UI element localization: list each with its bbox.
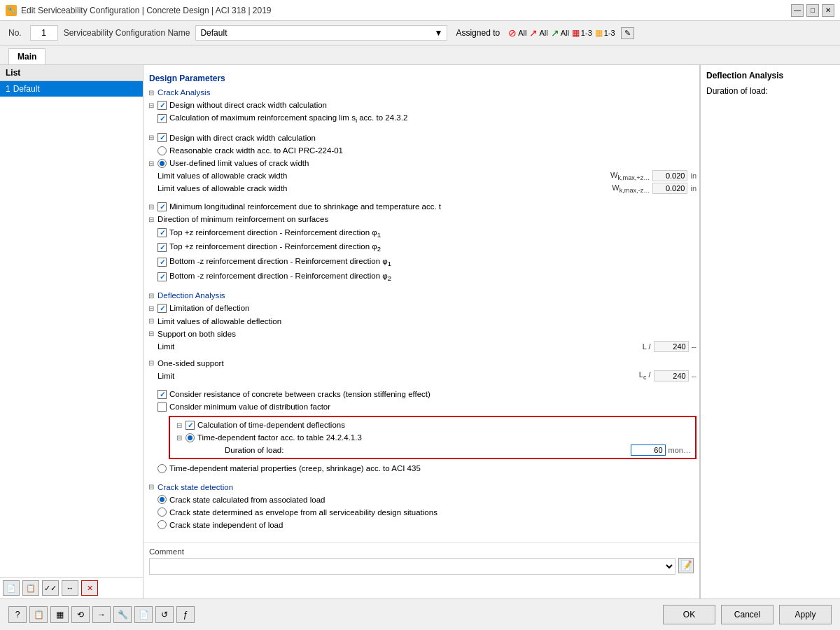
config-name-value: Default bbox=[200, 28, 227, 38]
config-number-input[interactable] bbox=[30, 25, 58, 41]
list-item-default[interactable]: 1 Default bbox=[0, 81, 143, 97]
min-long-reinf-checkbox[interactable] bbox=[158, 202, 167, 211]
maximize-button[interactable]: □ bbox=[806, 4, 819, 17]
design-with-crack-label: Design with direct crack width calculati… bbox=[169, 132, 696, 144]
limitation-deflection-checkbox[interactable] bbox=[158, 304, 167, 313]
toolbar-left: ? 📋 ▦ ⟲ → 🔧 📄 ↺ ƒ bbox=[8, 606, 195, 623]
bot-z-phi2-row: Bottom -z reinforcement direction - Rein… bbox=[144, 270, 699, 284]
new-config-button[interactable]: 📄 bbox=[3, 580, 20, 596]
sync-button[interactable]: ↔ bbox=[62, 580, 78, 596]
assigned-label: Assigned to bbox=[456, 28, 500, 38]
bot-z-phi2-checkbox[interactable] bbox=[158, 272, 167, 281]
limitation-expand[interactable]: ⊟ bbox=[146, 304, 156, 314]
consider-resistance-checkbox[interactable] bbox=[158, 390, 167, 399]
close-button[interactable]: ✕ bbox=[822, 4, 834, 17]
crack-independent-radio[interactable] bbox=[158, 520, 167, 529]
minimize-button[interactable]: — bbox=[791, 4, 804, 17]
crack-neg-value-input[interactable] bbox=[652, 183, 687, 194]
ok-button[interactable]: OK bbox=[663, 605, 715, 624]
spacer13 bbox=[214, 445, 223, 455]
time-dep-factor-radio[interactable] bbox=[186, 433, 195, 442]
duration-load-row: Duration of load: mon… bbox=[172, 444, 694, 456]
check-button[interactable]: ✓✓ bbox=[42, 580, 59, 596]
design-with-crack-row: ⊟ Design with direct crack width calcula… bbox=[144, 132, 699, 144]
crack-analysis-expand[interactable]: ⊟ bbox=[146, 88, 156, 97]
assign-chip-3[interactable]: ↗ All bbox=[551, 27, 569, 38]
design-with-expand[interactable]: ⊟ bbox=[146, 133, 156, 143]
spacer4 bbox=[146, 183, 156, 193]
comment-label: Comment bbox=[149, 547, 694, 556]
comment-section: Comment 📝 bbox=[144, 542, 699, 578]
user-defined-expand[interactable]: ⊟ bbox=[146, 158, 156, 168]
top-z-phi1-label: Top +z reinforcement direction - Reinfor… bbox=[169, 227, 696, 240]
limit-both-value-input[interactable] bbox=[654, 341, 689, 352]
comment-input[interactable] bbox=[149, 558, 676, 575]
crack-state-expand[interactable]: ⊟ bbox=[146, 482, 156, 492]
app-icon: 🔧 bbox=[6, 5, 17, 16]
arrow-button[interactable]: ⟲ bbox=[71, 606, 90, 623]
clipboard-button[interactable]: 📋 bbox=[29, 606, 48, 623]
assign-chip-4[interactable]: ▦ 1-3 bbox=[572, 28, 592, 38]
user-defined-crack-radio[interactable] bbox=[158, 159, 167, 168]
crack-from-load-radio[interactable] bbox=[158, 495, 167, 504]
calc-time-dep-label: Calculation of time-dependent deflection… bbox=[197, 419, 691, 430]
doc-button[interactable]: 📄 bbox=[134, 606, 153, 623]
time-dep-factor-expand[interactable]: ⊟ bbox=[174, 433, 184, 442]
left-panel: List 1 Default 📄 📋 ✓✓ ↔ ✕ bbox=[0, 65, 144, 598]
consider-min-dist-checkbox[interactable] bbox=[158, 402, 167, 412]
limit-crack-neg-label: Limit values of allowable crack width bbox=[158, 183, 612, 194]
bot-z-phi1-checkbox[interactable] bbox=[158, 258, 167, 267]
design-without-expand[interactable]: ⊟ bbox=[146, 100, 156, 110]
spacer10 bbox=[146, 371, 156, 381]
calc-time-dep-expand[interactable]: ⊟ bbox=[174, 420, 184, 430]
design-without-crack-checkbox[interactable] bbox=[158, 101, 167, 110]
config-name-dropdown[interactable]: Default ▼ bbox=[195, 25, 447, 41]
assign-chip-2[interactable]: ↗ All bbox=[529, 27, 547, 38]
spacer11 bbox=[146, 389, 156, 399]
cancel-button[interactable]: Cancel bbox=[721, 605, 774, 624]
delete-config-button[interactable]: ✕ bbox=[81, 580, 98, 596]
limit-one-value-input[interactable] bbox=[654, 370, 689, 382]
top-z-phi1-checkbox[interactable] bbox=[158, 228, 167, 237]
design-with-crack-checkbox[interactable] bbox=[158, 133, 167, 142]
deflection-expand[interactable]: ⊟ bbox=[146, 290, 156, 300]
calc-time-dep-checkbox[interactable] bbox=[186, 421, 195, 430]
limitation-deflection-row: ⊟ Limitation of deflection bbox=[144, 302, 699, 314]
limit-both-value-label: L / bbox=[643, 342, 651, 351]
limit-values-expand[interactable]: ⊟ bbox=[146, 316, 156, 326]
side-info-panel: Deflection Analysis Duration of load: bbox=[700, 65, 840, 598]
consider-min-dist-label: Consider minimum value of distribution f… bbox=[169, 401, 696, 412]
grid-button[interactable]: ▦ bbox=[50, 606, 69, 623]
calc-max-reinf-checkbox[interactable] bbox=[158, 114, 167, 123]
tab-main[interactable]: Main bbox=[8, 48, 46, 64]
one-sided-expand[interactable]: ⊟ bbox=[146, 358, 156, 368]
duration-load-input[interactable] bbox=[631, 444, 666, 456]
comment-edit-button[interactable]: 📝 bbox=[678, 558, 694, 573]
spacer9 bbox=[146, 342, 156, 351]
copy-config-button[interactable]: 📋 bbox=[22, 580, 39, 596]
crack-envelope-radio[interactable] bbox=[158, 507, 167, 517]
min-long-reinf-label: Minimum longitudinal reinforcement due t… bbox=[169, 201, 696, 212]
one-sided-row: ⊟ One-sided support bbox=[144, 357, 699, 370]
right-arrow-button[interactable]: → bbox=[92, 606, 111, 623]
direction-expand[interactable]: ⊟ bbox=[146, 215, 156, 225]
time-dep-material-radio[interactable] bbox=[158, 464, 167, 473]
assign-chip-5[interactable]: ▦ 1-3 bbox=[595, 28, 615, 38]
function-button[interactable]: ƒ bbox=[176, 606, 195, 623]
crack-pos-value-input[interactable] bbox=[652, 170, 687, 181]
assign-edit-button[interactable]: ✎ bbox=[621, 27, 634, 39]
top-z-phi2-checkbox[interactable] bbox=[158, 243, 167, 252]
limit-one-value-label: Lc / bbox=[639, 370, 651, 381]
apply-button[interactable]: Apply bbox=[779, 605, 832, 624]
help-button[interactable]: ? bbox=[8, 606, 27, 623]
time-dep-factor-row: ⊟ Time-dependent factor acc. to table 24… bbox=[172, 431, 694, 444]
min-long-expand[interactable]: ⊟ bbox=[146, 202, 156, 211]
reasonable-crack-radio[interactable] bbox=[158, 146, 167, 155]
assign-chip-1[interactable]: ⊘ All bbox=[508, 27, 526, 38]
support-both-expand[interactable]: ⊟ bbox=[146, 329, 156, 339]
settings-button[interactable]: 🔧 bbox=[113, 606, 132, 623]
limit-both-unit: -- bbox=[692, 342, 696, 351]
dropdown-arrow-icon: ▼ bbox=[435, 28, 443, 38]
header-row: No. Serviceability Configuration Name De… bbox=[0, 21, 840, 46]
undo-button[interactable]: ↺ bbox=[155, 606, 174, 623]
